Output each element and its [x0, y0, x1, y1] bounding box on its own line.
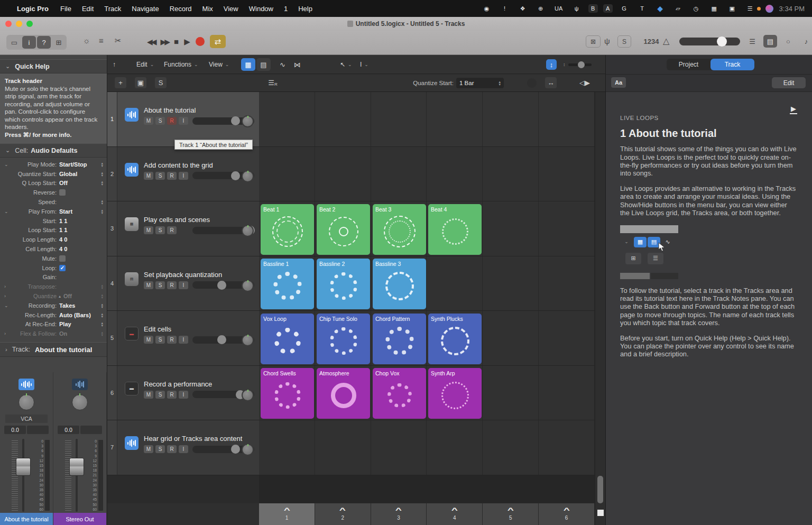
pan-knob[interactable]	[242, 280, 254, 292]
stepper-icon[interactable]: ▴▾	[101, 284, 103, 289]
edit-menu[interactable]: Edit⌄	[136, 59, 154, 70]
tab-track[interactable]: Track	[710, 59, 754, 70]
record-enable-button[interactable]: R	[167, 445, 177, 453]
scene-trigger-3[interactable]: ^3	[371, 503, 427, 525]
grid-cell-empty[interactable]	[315, 147, 371, 201]
track-name[interactable]: Play cells and scenes	[144, 216, 210, 224]
input-monitor-button[interactable]: I	[179, 391, 188, 399]
chevron-down-icon[interactable]: ⌄	[4, 303, 8, 308]
loop-cell[interactable]: Bassline 2	[317, 259, 370, 309]
chevron-right-icon[interactable]: ›	[4, 284, 6, 289]
slider-knob[interactable]	[231, 171, 240, 180]
grid-cell-empty[interactable]	[427, 420, 483, 475]
param-gain[interactable]: Gain:	[0, 273, 107, 282]
tuner-button[interactable]: ψ	[604, 36, 610, 45]
solo-button[interactable]: S	[155, 117, 165, 125]
param-recording[interactable]: ⌄ Recording:Takes ▴▾	[0, 301, 107, 310]
input-monitor-button[interactable]: I	[179, 281, 188, 289]
media-browser-button[interactable]: ♪	[799, 35, 812, 48]
menu-navigate[interactable]: Navigate	[126, 5, 164, 13]
mute-checkbox[interactable]	[59, 255, 66, 262]
menu-window[interactable]: Window	[244, 5, 279, 13]
audio-waveform-icon[interactable]	[72, 379, 88, 390]
cell-defaults-header[interactable]: ⌄ Cell: Audio Defaults	[0, 143, 107, 158]
mixer-button[interactable]: ≡	[99, 36, 104, 45]
stepper-icon[interactable]: ▴▾	[101, 171, 103, 177]
grid-cell-empty[interactable]	[371, 147, 427, 201]
record-enable-button[interactable]: R	[167, 117, 177, 125]
loop-cell[interactable]: Beat 3	[373, 204, 426, 255]
metronome-button[interactable]: △	[663, 36, 669, 46]
mute-button[interactable]: M	[144, 445, 153, 453]
note-pads-button[interactable]: ▤	[763, 35, 777, 48]
menu-track[interactable]: Track	[99, 5, 126, 13]
track-number[interactable]: 4	[107, 256, 117, 311]
pan-knob[interactable]	[242, 170, 254, 182]
stepper-icon[interactable]: ▴▾	[101, 321, 103, 327]
loop-cell[interactable]: Vox Loop	[261, 314, 314, 364]
param-mute[interactable]: Mute:	[0, 254, 107, 263]
solo-button[interactable]: S	[155, 281, 165, 289]
stepper-icon[interactable]: ▴▾	[101, 331, 103, 336]
menu-edit[interactable]: Edit	[77, 5, 99, 13]
solo-button[interactable]: S	[155, 172, 165, 180]
loop-cell[interactable]: Beat 1	[261, 204, 314, 255]
grid-cell-empty[interactable]	[539, 366, 595, 420]
param-loop[interactable]: Loop:✓	[0, 263, 107, 273]
secondary-tool-menu[interactable]: I⌄	[360, 59, 368, 70]
mute-button[interactable]: M	[144, 281, 153, 289]
duplicate-track-button[interactable]: ▣	[135, 77, 146, 88]
fader-cap[interactable]	[69, 458, 84, 476]
grid-cell-empty[interactable]	[483, 311, 539, 365]
track-number[interactable]: 5	[107, 311, 117, 365]
record-enable-button[interactable]: R	[167, 336, 177, 344]
track-name[interactable]: Record a performance	[144, 380, 212, 388]
vertical-zoom-button[interactable]: ↕	[546, 59, 557, 70]
grid-cell-empty[interactable]	[539, 147, 595, 201]
param-start[interactable]: Start:1 1	[0, 216, 107, 226]
grid-cell-empty[interactable]	[539, 256, 595, 311]
input-monitor-button[interactable]: I	[179, 336, 188, 344]
param-play-mode[interactable]: ⌄ Play Mode:Start/Stop ▴▾	[0, 160, 107, 169]
grid-cell-empty[interactable]	[539, 420, 595, 475]
play-button[interactable]: ▶	[184, 37, 190, 47]
scene-trigger-4[interactable]: ^4	[427, 503, 483, 525]
solo-button[interactable]: S	[155, 391, 165, 399]
param-speed[interactable]: Speed: ▴▾	[0, 197, 107, 207]
slider-knob[interactable]	[217, 335, 226, 344]
track-row-7[interactable]: 7 Hear grid or Tracks area content M S R…	[107, 420, 605, 475]
grid-cell-empty[interactable]	[483, 201, 539, 256]
control-center-icon[interactable]: ☰	[744, 5, 756, 12]
pan-knob[interactable]	[242, 334, 254, 346]
track-header[interactable]: ▦ Play cells and scenes M S R	[117, 201, 259, 256]
grid-cell-empty[interactable]	[539, 201, 595, 256]
cycle-button[interactable]: ⇄	[210, 35, 226, 48]
grid-cell-empty[interactable]	[483, 256, 539, 311]
vca-slot[interactable]: VCA	[5, 415, 48, 423]
add-track-button[interactable]: +	[115, 77, 126, 88]
dropbox-icon[interactable]: ❖	[516, 5, 529, 12]
pan-knob[interactable]	[72, 394, 88, 410]
record-enable-button[interactable]: R	[167, 226, 177, 234]
grid-cell-empty[interactable]	[539, 92, 595, 146]
track-header[interactable]: ▤ Set playback quantization M S R I	[117, 256, 259, 311]
stepper-icon[interactable]: ▴	[59, 294, 61, 299]
grid-cell-empty[interactable]	[371, 420, 427, 475]
volume-fader[interactable]: 0 3 6 9 12 15 18 21 24 30 35 40 45 50 60	[0, 439, 53, 512]
track-name[interactable]: About the tutorial	[144, 106, 196, 114]
mute-button[interactable]: M	[144, 226, 153, 234]
record-enable-button[interactable]: R	[167, 391, 177, 399]
window-app-icon[interactable]: ▣	[726, 5, 739, 12]
track-name[interactable]: Add content to the grid	[144, 161, 213, 169]
param-loop-start[interactable]: Loop Start:1 1	[0, 226, 107, 235]
stepper-icon[interactable]: ▴▾	[101, 293, 103, 299]
param-flex-follow[interactable]: › Flex & Follow:On ▴▾	[0, 329, 107, 338]
loop-cell[interactable]: Synth Plucks	[428, 314, 482, 364]
grid-cell-empty[interactable]	[427, 147, 483, 201]
grid-cell-empty[interactable]	[483, 92, 539, 146]
grid-cell-empty[interactable]	[483, 147, 539, 201]
stepper-icon[interactable]: ▴▾	[101, 180, 103, 186]
pointer-tool-menu[interactable]: ↖⌄	[340, 59, 352, 70]
display-icon[interactable]: ▱	[672, 5, 685, 12]
reverse-checkbox[interactable]	[59, 189, 66, 196]
